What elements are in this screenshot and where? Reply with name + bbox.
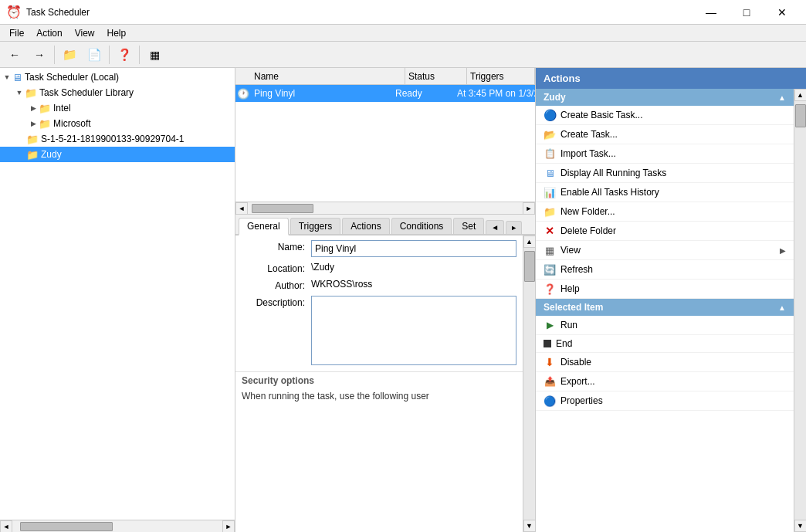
menu-file[interactable]: File bbox=[3, 26, 30, 40]
actions-section-zudy[interactable]: Zudy ▲ bbox=[536, 89, 794, 106]
root-label: Task Scheduler (Local) bbox=[25, 72, 119, 83]
task-scroll-right[interactable]: ► bbox=[523, 202, 535, 215]
intel-label: Intel bbox=[53, 103, 71, 114]
detail-scroll-thumb[interactable] bbox=[524, 251, 535, 282]
toolbar-back-button[interactable]: ← bbox=[3, 44, 26, 66]
action-properties[interactable]: 🔵 Properties bbox=[536, 391, 794, 411]
toolbar-folder-button[interactable]: 📁 bbox=[58, 44, 81, 66]
name-label: Name: bbox=[242, 240, 311, 252]
toolbar-view-button[interactable]: ▦ bbox=[143, 44, 166, 66]
app-icon: ⏰ bbox=[6, 5, 22, 19]
actions-pane: Actions Zudy ▲ 🔵 Create Basic Task... 📂 … bbox=[536, 68, 806, 532]
col-header-status[interactable]: Status bbox=[405, 68, 467, 84]
detail-scroll-track[interactable] bbox=[523, 248, 536, 520]
actions-section-selected[interactable]: Selected Item ▲ bbox=[536, 299, 794, 316]
task-cell-trigger: At 3:45 PM on 1/3/2018 - A bbox=[454, 85, 535, 102]
action-create-basic[interactable]: 🔵 Create Basic Task... bbox=[536, 106, 794, 125]
import-task-label: Import Task... bbox=[560, 148, 616, 159]
tree-pane: ▼ 🖥 Task Scheduler (Local) ▼ 📁 Task Sche… bbox=[0, 68, 235, 532]
tab-actions[interactable]: Actions bbox=[342, 218, 389, 234]
properties-icon: 🔵 bbox=[544, 395, 556, 407]
action-refresh[interactable]: 🔄 Refresh bbox=[536, 260, 794, 280]
detail-vscrollbar: ▲ ▼ bbox=[523, 236, 535, 532]
tree-node-microsoft[interactable]: ▶ 📁 Microsoft bbox=[0, 116, 235, 131]
tree-node-intel[interactable]: ▶ 📁 Intel bbox=[0, 100, 235, 116]
expand-library[interactable]: ▼ bbox=[14, 87, 25, 98]
tab-settings[interactable]: Set bbox=[453, 218, 484, 234]
scroll-track[interactable] bbox=[12, 520, 222, 533]
menu-view[interactable]: View bbox=[69, 26, 101, 40]
selected-collapse-icon: ▲ bbox=[778, 303, 786, 312]
expand-root[interactable]: ▼ bbox=[2, 72, 12, 83]
menu-help[interactable]: Help bbox=[101, 26, 133, 40]
actions-scroll-down[interactable]: ▼ bbox=[794, 520, 807, 532]
microsoft-label: Microsoft bbox=[53, 118, 91, 129]
expand-intel[interactable]: ▶ bbox=[28, 103, 39, 114]
task-row[interactable]: 🕐 Ping Vinyl Ready At 3:45 PM on 1/3/201… bbox=[235, 85, 535, 102]
tab-general[interactable]: General bbox=[239, 218, 289, 236]
task-scroll-thumb[interactable] bbox=[252, 204, 313, 213]
actions-scroll-thumb[interactable] bbox=[795, 104, 806, 127]
action-new-folder[interactable]: 📁 New Folder... bbox=[536, 202, 794, 222]
display-running-icon: 🖥 bbox=[544, 167, 556, 179]
scroll-left-arrow[interactable]: ◄ bbox=[0, 520, 12, 533]
tab-overflow-left[interactable]: ◄ bbox=[486, 220, 504, 234]
actions-panel-header: Actions bbox=[536, 68, 806, 89]
action-delete-folder[interactable]: ✕ Delete Folder bbox=[536, 222, 794, 241]
toolbar-help-button[interactable]: ❓ bbox=[113, 44, 136, 66]
tree-node-zudy[interactable]: ▶ 📁 Zudy bbox=[0, 147, 235, 162]
scroll-thumb[interactable] bbox=[20, 522, 113, 531]
menu-action[interactable]: Action bbox=[30, 26, 68, 40]
action-export[interactable]: 📤 Export... bbox=[536, 372, 794, 391]
actions-scroll-up[interactable]: ▲ bbox=[794, 89, 807, 101]
tree-node-library[interactable]: ▼ 📁 Task Scheduler Library bbox=[0, 85, 235, 100]
detail-scroll-up[interactable]: ▲ bbox=[523, 236, 536, 248]
tab-conditions[interactable]: Conditions bbox=[391, 218, 452, 234]
actions-scroll-track[interactable] bbox=[794, 101, 807, 520]
action-create-task[interactable]: 📂 Create Task... bbox=[536, 125, 794, 144]
action-disable[interactable]: ⬇ Disable bbox=[536, 353, 794, 372]
toolbar: ← → 📁 📄 ❓ ▦ bbox=[0, 42, 806, 68]
col-header-triggers[interactable]: Triggers bbox=[467, 68, 535, 84]
library-label: Task Scheduler Library bbox=[39, 87, 134, 98]
toolbar-forward-button[interactable]: → bbox=[28, 44, 51, 66]
expand-microsoft[interactable]: ▶ bbox=[28, 118, 39, 129]
maximize-button[interactable]: □ bbox=[729, 0, 764, 25]
scroll-right-arrow[interactable]: ► bbox=[222, 520, 235, 533]
name-input-wrap bbox=[311, 240, 516, 257]
action-display-running[interactable]: 🖥 Display All Running Tasks bbox=[536, 164, 794, 183]
refresh-label: Refresh bbox=[560, 264, 593, 275]
action-import-task[interactable]: 📋 Import Task... bbox=[536, 144, 794, 164]
tree-node-root[interactable]: ▼ 🖥 Task Scheduler (Local) bbox=[0, 69, 235, 85]
tab-nav-right[interactable]: ► bbox=[506, 221, 522, 234]
name-input[interactable] bbox=[311, 240, 516, 257]
title-bar: ⏰ Task Scheduler — □ ✕ bbox=[0, 0, 806, 25]
description-textarea[interactable] bbox=[311, 296, 516, 365]
location-value: \Zudy bbox=[311, 262, 516, 273]
toolbar-separator-2 bbox=[109, 46, 110, 64]
tabs-bar: General Triggers Actions Conditions Set … bbox=[235, 215, 535, 236]
action-help-zudy[interactable]: ❓ Help bbox=[536, 280, 794, 299]
library-folder-icon: 📁 bbox=[25, 87, 37, 99]
tab-triggers[interactable]: Triggers bbox=[290, 218, 341, 234]
task-scroll-left[interactable]: ◄ bbox=[235, 202, 248, 215]
action-enable-history[interactable]: 📊 Enable All Tasks History bbox=[536, 183, 794, 202]
col-header-name[interactable]: Name bbox=[251, 68, 405, 84]
window-title: Task Scheduler bbox=[26, 7, 90, 18]
location-label: Location: bbox=[242, 262, 311, 274]
task-cell-name: Ping Vinyl bbox=[251, 85, 392, 102]
action-view[interactable]: ▦ View ▶ bbox=[536, 241, 794, 260]
close-button[interactable]: ✕ bbox=[764, 0, 800, 25]
action-run[interactable]: ▶ Run bbox=[536, 316, 794, 335]
task-scroll-track[interactable] bbox=[248, 202, 523, 215]
intel-folder-icon: 📁 bbox=[39, 103, 51, 114]
create-basic-icon: 🔵 bbox=[544, 109, 556, 121]
security-sub: When running the task, use the following… bbox=[235, 389, 523, 403]
minimize-button[interactable]: — bbox=[693, 0, 729, 25]
end-label: End bbox=[556, 338, 572, 349]
toolbar-file-button[interactable]: 📄 bbox=[83, 44, 106, 66]
tree-node-sid[interactable]: ▶ 📁 S-1-5-21-1819900133-90929704-1 bbox=[0, 131, 235, 147]
detail-scroll-down[interactable]: ▼ bbox=[523, 520, 536, 532]
import-task-icon: 📋 bbox=[544, 147, 556, 160]
action-end[interactable]: End bbox=[536, 335, 794, 353]
